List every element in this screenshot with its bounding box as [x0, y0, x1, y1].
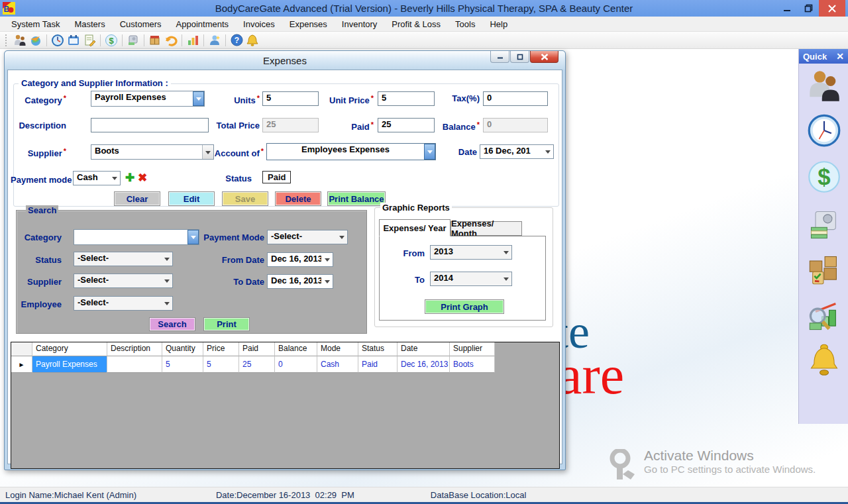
tab-expenses-year[interactable]: Expenses/ Year	[379, 219, 450, 236]
cell-description[interactable]	[107, 356, 162, 373]
cell-date[interactable]: Dec 16, 2013	[398, 356, 450, 373]
quick-billing-icon[interactable]: $	[807, 159, 841, 195]
expenses-dialog-titlebar[interactable]: Expenses	[5, 51, 565, 70]
quick-reminder-icon[interactable]	[807, 342, 841, 378]
grid-header-price[interactable]: Price	[203, 342, 239, 356]
chevron-down-icon[interactable]	[500, 272, 511, 285]
add-payment-mode-icon[interactable]: ✚	[125, 172, 134, 183]
cell-status[interactable]: Paid	[358, 356, 398, 373]
customers-icon[interactable]	[12, 33, 28, 48]
search-status-combobox[interactable]: -Select-	[74, 252, 173, 266]
search-print-button[interactable]: Print	[203, 317, 250, 331]
cell-quantity[interactable]: 5	[162, 356, 203, 373]
category-combobox[interactable]: Payroll Expenses	[91, 91, 205, 107]
undo-icon[interactable]	[163, 33, 179, 48]
chevron-down-icon[interactable]	[321, 275, 333, 288]
chevron-down-icon[interactable]	[336, 230, 347, 244]
quick-inventory-icon[interactable]	[807, 252, 841, 287]
grid-data-row[interactable]: ► Payroll Expenses 5 5 25 0 Cash Paid De…	[11, 356, 559, 373]
menu-customers[interactable]: Customers	[113, 18, 169, 30]
chevron-down-icon[interactable]	[542, 145, 553, 158]
grid-header-paid[interactable]: Paid	[239, 342, 275, 356]
print-balance-button[interactable]: Print Balance	[327, 191, 386, 206]
grid-header-supplier[interactable]: Supplier	[450, 342, 495, 356]
menu-appointments[interactable]: Appointments	[169, 18, 237, 30]
cell-balance[interactable]: 0	[275, 356, 317, 373]
grid-header-mode[interactable]: Mode	[317, 342, 358, 356]
grid-header-description[interactable]: Description	[107, 342, 162, 356]
payment-mode-combobox[interactable]: Cash	[73, 171, 121, 185]
account-of-combobox[interactable]: Employees Expenses	[266, 143, 436, 160]
search-to-date-combobox[interactable]: Dec 16, 2013	[267, 274, 333, 289]
delete-payment-mode-icon[interactable]: ✖	[138, 172, 147, 183]
chevron-down-icon[interactable]	[161, 274, 172, 287]
deposit-icon[interactable]	[125, 33, 141, 48]
menu-profit-loss[interactable]: Profit & Loss	[384, 18, 448, 30]
quick-customers-icon[interactable]	[807, 68, 841, 103]
units-field[interactable]: 5	[262, 91, 319, 106]
chevron-down-icon[interactable]	[424, 144, 435, 160]
search-button[interactable]: Search	[149, 317, 195, 331]
supplier-combobox[interactable]: Boots	[91, 144, 214, 160]
date-combobox[interactable]: 16 Dec, 201	[480, 144, 554, 159]
menu-help[interactable]: Help	[482, 18, 515, 30]
close-button[interactable]	[819, 0, 845, 17]
chevron-down-icon[interactable]	[321, 253, 333, 266]
calendar-icon[interactable]	[66, 33, 81, 48]
masters-icon[interactable]	[28, 33, 44, 48]
graph-to-combobox[interactable]: 2014	[430, 272, 512, 286]
graph-from-combobox[interactable]: 2013	[430, 245, 512, 260]
reports-icon[interactable]	[185, 33, 201, 48]
payments-icon[interactable]: $	[103, 33, 119, 48]
chevron-down-icon[interactable]	[193, 91, 204, 106]
search-payment-mode-combobox[interactable]: -Select-	[267, 230, 348, 244]
minimize-button[interactable]	[776, 0, 798, 17]
help-icon[interactable]: ?	[229, 33, 244, 48]
menu-system-task[interactable]: System Task	[4, 18, 67, 30]
chevron-down-icon[interactable]	[161, 297, 172, 310]
cell-mode[interactable]: Cash	[317, 356, 358, 373]
chevron-down-icon[interactable]	[500, 246, 511, 259]
search-category-combobox[interactable]	[74, 229, 199, 245]
dialog-close-button[interactable]	[530, 51, 558, 63]
cell-supplier[interactable]: Boots	[450, 356, 495, 373]
search-from-date-combobox[interactable]: Dec 16, 2013	[267, 252, 333, 267]
menu-expenses[interactable]: Expenses	[282, 18, 335, 30]
search-supplier-combobox[interactable]: -Select-	[74, 274, 173, 288]
save-button[interactable]: Save	[222, 191, 268, 206]
appointments-icon[interactable]	[50, 33, 66, 48]
cell-paid[interactable]: 25	[239, 356, 275, 373]
menu-invoices[interactable]: Invoices	[236, 18, 282, 30]
chevron-down-icon[interactable]	[109, 172, 120, 185]
grid-header-date[interactable]: Date	[398, 342, 450, 356]
grid-header-category[interactable]: Category	[32, 342, 107, 356]
grid-header-quantity[interactable]: Quantity	[162, 342, 203, 356]
quick-profit-analysis-icon[interactable]	[807, 298, 841, 334]
delete-button[interactable]: Delete	[275, 191, 321, 206]
grid-header-balance[interactable]: Balance	[275, 342, 317, 356]
dialog-minimize-button[interactable]	[490, 51, 509, 63]
edit-button[interactable]: Edit	[168, 191, 215, 206]
clear-button[interactable]: Clear	[114, 191, 160, 206]
unit-price-field[interactable]: 5	[378, 91, 435, 106]
menu-tools[interactable]: Tools	[448, 18, 482, 30]
cell-category[interactable]: Payroll Expenses	[32, 356, 107, 373]
quick-cash-safe-icon[interactable]	[807, 207, 841, 242]
quick-appointments-icon[interactable]	[807, 113, 841, 148]
menu-inventory[interactable]: Inventory	[335, 18, 384, 30]
expenses-icon[interactable]	[147, 33, 163, 48]
grid-header-status[interactable]: Status	[358, 342, 398, 356]
search-employee-combobox[interactable]: -Select-	[74, 296, 173, 311]
dialog-maximize-button[interactable]	[510, 51, 529, 63]
paid-field[interactable]: 25	[378, 118, 435, 132]
quick-panel-close-icon[interactable]: ✕	[836, 52, 844, 61]
cell-price[interactable]: 5	[203, 356, 239, 373]
tax-field[interactable]: 0	[483, 91, 548, 106]
restore-button[interactable]	[798, 0, 819, 17]
row-selector-arrow-icon[interactable]: ►	[11, 356, 32, 373]
invoices-icon[interactable]	[81, 33, 97, 48]
tab-expenses-month[interactable]: Expenses/ Month	[450, 221, 522, 236]
menu-masters[interactable]: Masters	[67, 18, 112, 30]
user-icon[interactable]	[207, 33, 223, 48]
print-graph-button[interactable]: Print Graph	[425, 299, 504, 314]
